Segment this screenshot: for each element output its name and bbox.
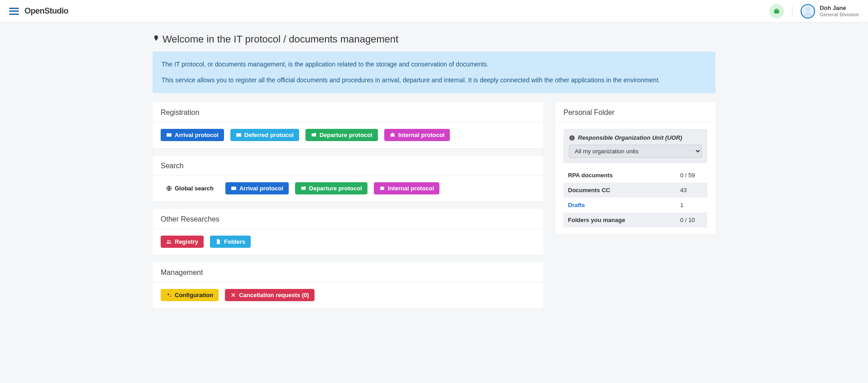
envelope-icon	[231, 185, 237, 191]
file-icon	[215, 239, 221, 245]
registry-button[interactable]: Registry	[161, 236, 204, 248]
registration-departure-button[interactable]: Departure protocol	[305, 129, 378, 141]
user-division: General Division	[820, 12, 859, 18]
registration-card: Registration Arrival protocol Deferred p…	[153, 102, 544, 148]
button-label: Deferred protocol	[244, 132, 294, 138]
envelope-icon	[236, 132, 242, 138]
button-label: Global search	[175, 185, 214, 191]
envelope-out-icon	[311, 132, 317, 138]
card-header: Registration	[153, 102, 544, 123]
search-card: Search Global search Arrival protocol	[153, 156, 544, 202]
page-title-row: Welcome in the IT protocol / documents m…	[153, 33, 715, 52]
row-value: 43	[676, 183, 707, 198]
table-row[interactable]: Folders you manage 0 / 10	[563, 213, 707, 227]
uor-select[interactable]: All my organization units	[569, 145, 702, 158]
avatar	[801, 4, 815, 19]
globe-icon	[166, 185, 172, 191]
search-internal-button[interactable]: Internal protocol	[374, 182, 440, 194]
avatar-silhouette-icon	[801, 5, 814, 18]
row-label: Documents CC	[563, 183, 676, 198]
cancellation-requests-button[interactable]: Cancellation requests (0)	[225, 289, 315, 301]
gears-icon	[166, 292, 172, 298]
drafts-link[interactable]: Drafts	[568, 202, 585, 208]
briefcase-icon	[379, 185, 385, 191]
button-label: Departure protocol	[309, 185, 362, 191]
hamburger-menu-icon[interactable]	[9, 8, 19, 15]
row-label: RPA documents	[563, 168, 676, 183]
envelope-out-icon	[300, 185, 306, 191]
search-departure-button[interactable]: Departure protocol	[295, 182, 367, 194]
page-title: Welcome in the IT protocol / documents m…	[162, 33, 398, 45]
row-value: 0 / 59	[676, 168, 707, 183]
search-arrival-button[interactable]: Arrival protocol	[225, 182, 289, 194]
pin-icon	[153, 33, 160, 45]
button-label: Arrival protocol	[175, 132, 219, 138]
close-icon	[230, 292, 236, 298]
row-value: 0 / 10	[676, 213, 707, 227]
user-name: Doh Jane	[820, 5, 859, 12]
button-label: Internal protocol	[398, 132, 445, 138]
users-icon	[166, 239, 172, 245]
personal-folder-table: RPA documents 0 / 59 Documents CC 43 Dra…	[563, 168, 707, 227]
table-row[interactable]: Drafts 1	[563, 198, 707, 213]
user-meta: Doh Jane General Division	[820, 5, 859, 18]
info-icon	[569, 135, 575, 141]
info-banner: The IT protocol, or documents management…	[153, 52, 715, 93]
briefcase-icon	[773, 8, 780, 15]
envelope-icon	[166, 132, 172, 138]
management-card: Management Configuration Cancellation re…	[153, 262, 544, 308]
button-label: Cancellation requests (0)	[239, 292, 309, 298]
brand-logo[interactable]: OpenStudio	[24, 6, 68, 16]
registration-deferred-button[interactable]: Deferred protocol	[230, 129, 299, 141]
uor-label: Responsible Organization Unit (UOR)	[569, 134, 702, 141]
folders-button[interactable]: Folders	[210, 236, 251, 248]
configuration-button[interactable]: Configuration	[161, 289, 219, 301]
card-header: Search	[153, 156, 544, 176]
user-menu[interactable]: Doh Jane General Division	[801, 4, 859, 19]
registration-internal-button[interactable]: Internal protocol	[384, 129, 450, 141]
row-value: 1	[676, 198, 707, 213]
button-label: Departure protocol	[320, 132, 372, 138]
button-label: Registry	[175, 239, 198, 245]
card-header: Management	[153, 262, 544, 283]
button-label: Arrival protocol	[239, 185, 283, 191]
button-label: Internal protocol	[388, 185, 434, 191]
global-search-button[interactable]: Global search	[161, 182, 219, 194]
uor-box: Responsible Organization Unit (UOR) All …	[563, 129, 707, 163]
table-row[interactable]: Documents CC 43	[563, 183, 707, 198]
button-label: Folders	[224, 239, 245, 245]
personal-folder-card: Personal Folder Responsible Organization…	[555, 102, 715, 235]
row-label: Folders you manage	[563, 213, 676, 227]
briefcase-icon	[390, 132, 396, 138]
card-header: Other Researches	[153, 209, 544, 229]
other-researches-card: Other Researches Registry Folders	[153, 209, 544, 255]
banner-line-1: The IT protocol, or documents management…	[162, 60, 706, 69]
button-label: Configuration	[175, 292, 213, 298]
app-switcher-button[interactable]	[769, 4, 784, 19]
table-row[interactable]: RPA documents 0 / 59	[563, 168, 707, 183]
divider	[792, 5, 792, 18]
banner-line-2: This service allows you to register all …	[162, 76, 706, 85]
card-header: Personal Folder	[555, 102, 715, 123]
topbar: OpenStudio Doh Jane General Division	[0, 0, 868, 23]
registration-arrival-button[interactable]: Arrival protocol	[161, 129, 224, 141]
